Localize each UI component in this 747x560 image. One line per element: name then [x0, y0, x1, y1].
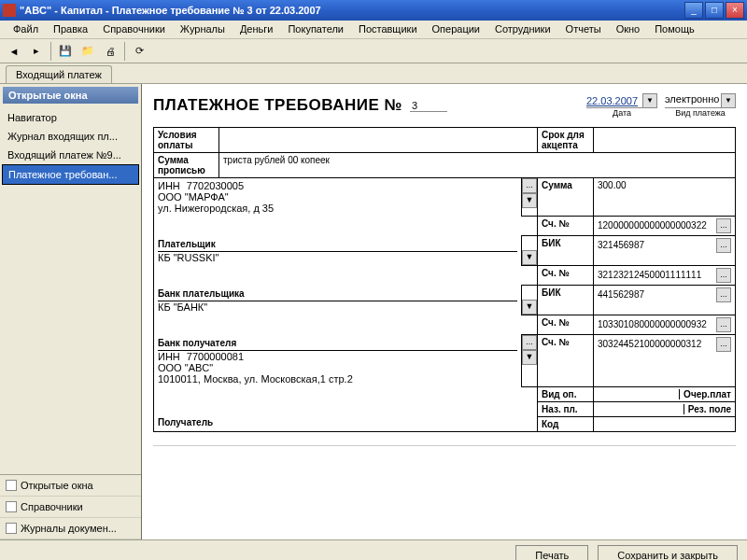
account-field[interactable]: [598, 270, 716, 280]
payer-bank: КБ "RUSSKI": [158, 252, 517, 263]
sidebar-item-payment[interactable]: Входящий платеж №9...: [2, 146, 139, 164]
square-icon: [6, 501, 17, 512]
sidebar-btn-journals[interactable]: Журналы докумен...: [0, 518, 141, 539]
close-button[interactable]: ×: [726, 2, 744, 19]
naz-label: Наз. пл.: [538, 401, 594, 416]
menu-edit[interactable]: Правка: [46, 21, 95, 38]
date-field[interactable]: [586, 93, 642, 108]
inn-value: 7702030005: [187, 180, 244, 191]
account-field[interactable]: [598, 319, 716, 329]
dropdown-icon[interactable]: ▼: [522, 350, 537, 365]
account-field[interactable]: [598, 339, 716, 349]
menu-ops[interactable]: Операции: [425, 21, 487, 38]
dropdown-icon[interactable]: ▼: [522, 300, 537, 315]
sidebar-btn-label: Справочники: [21, 501, 83, 512]
fwd-icon[interactable]: ▸: [26, 41, 47, 62]
browse-button[interactable]: ...: [716, 218, 731, 233]
menu-refs[interactable]: Справочники: [95, 21, 173, 38]
dropdown-icon[interactable]: ▼: [522, 250, 537, 265]
sumwords-value: триста рублей 00 копеек: [219, 153, 736, 178]
ocher-label: Очер.плат: [679, 389, 731, 399]
vid-label: Вид оп.: [538, 386, 594, 401]
accept-label: Срок для акцепта: [538, 128, 594, 153]
inn-value: 7700000081: [187, 351, 244, 362]
menu-suppliers[interactable]: Поставщики: [351, 21, 425, 38]
menu-window[interactable]: Окно: [609, 21, 648, 38]
recv-label: Получатель: [158, 415, 533, 429]
sidebar-btn-refs[interactable]: Справочники: [0, 497, 141, 518]
menu-staff[interactable]: Сотрудники: [487, 21, 558, 38]
bank-payer-name: КБ "БАНК": [158, 301, 517, 313]
square-icon: [6, 523, 17, 534]
maximize-button[interactable]: □: [705, 2, 724, 19]
sidebar-header: Открытые окна: [3, 87, 138, 104]
sum-value[interactable]: 300.00: [594, 178, 736, 217]
account-label: Сч. №: [538, 265, 594, 285]
dropdown-icon[interactable]: ▼: [522, 193, 537, 208]
menu-journals[interactable]: Журналы: [173, 21, 233, 38]
browse-button[interactable]: ...: [716, 317, 731, 332]
menu-reports[interactable]: Отчеты: [558, 21, 609, 38]
browse-button[interactable]: ...: [716, 287, 731, 302]
browse-button[interactable]: ...: [522, 335, 537, 350]
tab-incoming[interactable]: Входящий платеж: [6, 65, 112, 83]
back-icon[interactable]: ◄: [4, 41, 24, 62]
open-icon[interactable]: 📁: [78, 41, 98, 62]
org-name: ООО "МАРФА": [158, 191, 517, 203]
sidebar-item-demand[interactable]: Платежное требован...: [2, 164, 139, 185]
doc-number[interactable]: 3: [410, 100, 447, 112]
browse-button[interactable]: ...: [522, 178, 537, 193]
inn-label: ИНН: [158, 351, 180, 362]
org-name: ООО "ABC": [158, 362, 517, 373]
paytype-dropdown-icon[interactable]: ▼: [721, 93, 736, 108]
print-button[interactable]: Печать: [515, 545, 588, 561]
window-title: "ABC" - Капитал - Платежное требование №…: [20, 5, 684, 16]
bank-recv-label: Банк получателя: [158, 336, 517, 351]
minimize-button[interactable]: _: [684, 2, 703, 19]
save-close-button[interactable]: Сохранить и закрыть: [598, 545, 738, 561]
bik-label: БИК: [538, 285, 594, 315]
menubar: Файл Правка Справочники Журналы Деньги П…: [0, 21, 747, 39]
date-label: Дата: [613, 108, 631, 118]
save-icon[interactable]: 💾: [55, 41, 76, 62]
print-icon[interactable]: 🖨: [100, 41, 120, 62]
org-addr: ул. Нижегородская, д 35: [158, 203, 517, 214]
browse-button[interactable]: ...: [716, 337, 731, 352]
recipient-input[interactable]: [153, 434, 736, 446]
sidebar-btn-label: Открытые окна: [21, 480, 93, 491]
menu-file[interactable]: Файл: [6, 21, 46, 38]
menu-buyers[interactable]: Покупатели: [280, 21, 351, 38]
bik-field[interactable]: [598, 289, 716, 300]
titlebar: "ABC" - Капитал - Платежное требование №…: [0, 0, 747, 21]
bank-payer-label: Банк плательщика: [158, 287, 517, 301]
square-icon: [6, 480, 17, 491]
sidebar-item-journal[interactable]: Журнал входящих пл...: [2, 127, 139, 146]
document-area: ПЛАТЕЖНОЕ ТРЕБОВАНИЕ № 3 ▼ Дата электрон…: [142, 84, 747, 539]
bik-field[interactable]: [598, 240, 716, 250]
account-label: Сч. №: [538, 216, 594, 235]
menu-money[interactable]: Деньги: [233, 21, 281, 38]
refresh-icon[interactable]: ⟳: [129, 41, 149, 62]
sidebar-btn-windows[interactable]: Открытые окна: [0, 475, 141, 497]
paytype-label: Вид платежа: [675, 108, 726, 118]
account-label: Сч. №: [538, 315, 594, 334]
paytype-field[interactable]: электронно: [665, 93, 721, 108]
doc-title: ПЛАТЕЖНОЕ ТРЕБОВАНИЕ №: [153, 96, 402, 115]
account-field[interactable]: [598, 220, 716, 231]
sidebar-item-nav[interactable]: Навигатор: [2, 108, 139, 127]
sidebar: Открытые окна Навигатор Журнал входящих …: [0, 84, 142, 539]
sum-label: Сумма: [538, 178, 594, 217]
app-icon: [3, 4, 16, 17]
sumwords-label: Сумма прописью: [154, 153, 219, 178]
conditions-label: Условия оплаты: [154, 128, 219, 153]
browse-button[interactable]: ...: [716, 268, 731, 283]
org-addr: 1010011, Москва, ул. Московская,1 стр.2: [158, 373, 517, 385]
menu-help[interactable]: Помощь: [647, 21, 702, 38]
inn-label: ИНН: [158, 180, 180, 191]
sidebar-btn-label: Журналы докумен...: [21, 523, 117, 534]
browse-button[interactable]: ...: [716, 238, 731, 253]
date-dropdown-icon[interactable]: ▼: [642, 93, 657, 108]
bik-label: БИК: [538, 235, 594, 265]
rez-label: Рез. поле: [684, 404, 731, 414]
toolbar: ◄ ▸ 💾 📁 🖨 ⟳: [0, 39, 747, 63]
